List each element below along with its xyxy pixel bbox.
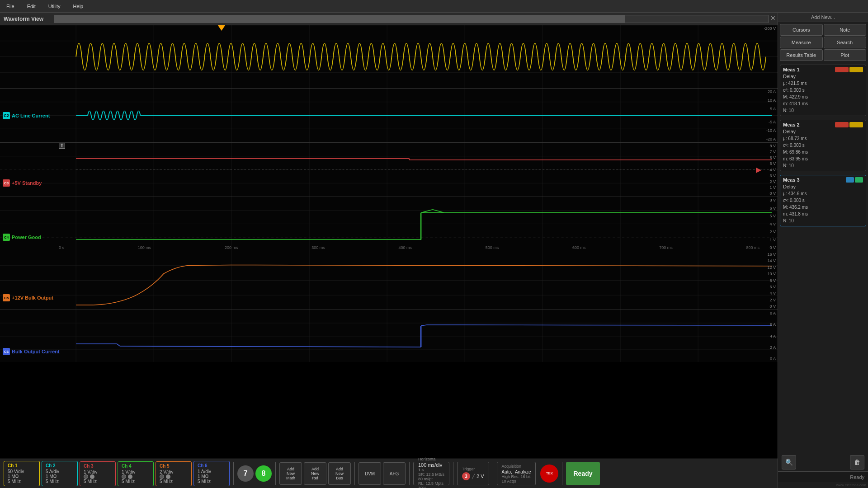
meas3-title: Meas 3 bbox=[783, 177, 800, 183]
add-new-math-label: Add New Math bbox=[286, 467, 295, 480]
dvm-button[interactable]: DVM bbox=[359, 462, 381, 485]
ch1-waveform bbox=[0, 25, 778, 88]
ch3-coupling-icon bbox=[84, 474, 88, 479]
note-button[interactable]: Note bbox=[824, 24, 867, 36]
trigger-channel: 3 bbox=[465, 474, 467, 479]
menu-help[interactable]: Help bbox=[67, 2, 90, 11]
menu-edit[interactable]: Edit bbox=[21, 2, 42, 11]
ch4-icon: C4 bbox=[3, 234, 10, 241]
ch3-y-scale: 8 V 7 V 6 V 5 V 4 V 3 V 2 V 1 V 0 V bbox=[760, 143, 776, 197]
ch1-control-label: Ch 1 bbox=[8, 463, 18, 468]
search-button[interactable]: Search bbox=[824, 37, 867, 48]
menu-utility[interactable]: Utility bbox=[42, 2, 67, 11]
add-new-math-button[interactable]: Add New Math bbox=[279, 462, 302, 485]
ch5-coupling-icon2 bbox=[166, 474, 170, 479]
ch6-waveform bbox=[0, 310, 778, 362]
ch1-control[interactable]: Ch 1 50 V/div 1 MΩ 5 MHz bbox=[4, 461, 40, 486]
ch6-label: C6 Bulk Output Current bbox=[3, 348, 60, 355]
meas1-rows: μ: 421.5 ms σ²: 0.000 s M: 422.9 ms m: 4… bbox=[783, 80, 863, 114]
afg-button[interactable]: AFG bbox=[383, 462, 406, 485]
trigger-section[interactable]: Trigger 3 ╱ 2 V bbox=[457, 462, 489, 485]
ch4-name: Power Good bbox=[12, 235, 41, 240]
ch3-control[interactable]: Ch 3 1 V/div 5 MHz bbox=[80, 461, 116, 486]
ready-button[interactable]: Ready bbox=[566, 462, 599, 485]
trigger-level: 2 V bbox=[476, 474, 484, 479]
results-table-button[interactable]: Results Table bbox=[780, 49, 823, 61]
ch2-control[interactable]: Ch 2 5 A/div 1 MΩ 5 MHz bbox=[42, 461, 78, 486]
ch2-control-label: Ch 2 bbox=[46, 463, 56, 468]
ch6-control[interactable]: Ch 6 1 A/div 1 MΩ 5 MHz bbox=[193, 461, 230, 486]
ch4-control[interactable]: Ch 4 1 V/div 5 MHz bbox=[118, 461, 154, 486]
acquisition-mode: Auto, bbox=[502, 469, 512, 474]
ch2-freq: 5 MHz bbox=[46, 479, 59, 484]
ch2-vdiv: 5 A/div bbox=[46, 469, 59, 474]
ch4-dashed-line bbox=[59, 197, 59, 251]
close-waveform-button[interactable]: ✕ bbox=[770, 14, 776, 22]
ch4-coupling-icon bbox=[122, 474, 126, 479]
svg-line-85 bbox=[117, 344, 120, 346]
horizontal-sr2: 80 ns/pt bbox=[418, 477, 444, 481]
horizontal-rl2: 10% bbox=[418, 486, 444, 488]
meas1-badge-red bbox=[835, 67, 849, 72]
plot-button[interactable]: Plot bbox=[824, 49, 867, 61]
status-bar: Ready bbox=[778, 471, 868, 482]
ch5-name: +12V Bulk Output bbox=[12, 295, 53, 300]
separator5 bbox=[453, 462, 453, 485]
ch6-y-scale: 8 A 6 A 4 A 2 A 0 A bbox=[760, 310, 776, 362]
separator6 bbox=[493, 462, 493, 485]
horizontal-section[interactable]: Horizontal 100 ms/div 1 s SR: 12.5 MS/s … bbox=[413, 462, 449, 485]
ch1-dashed-line bbox=[59, 25, 59, 88]
meas2-title: Meas 2 bbox=[783, 122, 800, 127]
ch6-impedance: 1 MΩ bbox=[198, 474, 208, 479]
waveform-scrollbar[interactable] bbox=[54, 15, 769, 23]
meas1-badge-yellow bbox=[849, 67, 863, 72]
ch5-control[interactable]: Ch 5 2 V/div 5 MHz bbox=[156, 461, 192, 486]
acquisition-acqs: 10 Acqs bbox=[502, 479, 531, 483]
horizontal-rl: RL: 12.5 Mpts bbox=[418, 481, 444, 486]
ch1-freq: 5 MHz bbox=[8, 479, 21, 484]
add-new-label: Add New... bbox=[778, 13, 868, 22]
meas2-header: Meas 2 bbox=[783, 122, 863, 127]
scrollbar-thumb[interactable] bbox=[55, 15, 625, 23]
ch3-freq: 5 MHz bbox=[84, 479, 97, 484]
cursors-button[interactable]: Cursors bbox=[780, 24, 823, 36]
acquisition-section[interactable]: Acquisition Auto, Analyze High Res: 16 b… bbox=[497, 462, 536, 485]
separator2 bbox=[275, 462, 276, 485]
menu-bar: File Edit Utility Help bbox=[0, 0, 868, 13]
waveform-area: Waveform View ✕ bbox=[0, 13, 778, 488]
meas1-header: Meas 1 bbox=[783, 67, 863, 72]
meas1-panel: Meas 1 Delay μ: 421.5 ms σ²: 0.000 s M: … bbox=[780, 65, 866, 116]
ch2-dashed-line bbox=[59, 89, 59, 142]
ch1-impedance: 1 MΩ bbox=[8, 474, 19, 479]
svg-line-89 bbox=[427, 325, 772, 325]
ch4-vdiv: 1 V/div bbox=[122, 469, 136, 474]
meas1-type: Delay bbox=[783, 74, 863, 79]
waveform-title-bar: Waveform View ✕ bbox=[0, 13, 778, 25]
ch3-icon: C3 bbox=[3, 179, 10, 187]
ch6-freq: 5 MHz bbox=[198, 479, 211, 484]
trigger-slash: ╱ bbox=[472, 474, 475, 479]
meas3-type: Delay bbox=[783, 184, 863, 189]
trash-button[interactable]: 🗑 bbox=[850, 455, 864, 469]
main-layout: Waveform View ✕ bbox=[0, 13, 868, 488]
ch1-y-scale: -200 V bbox=[760, 25, 776, 88]
svg-line-86 bbox=[120, 346, 421, 347]
meas2-panel: Meas 2 Delay μ: 68.72 ms σ²: 0.000 s M: … bbox=[780, 120, 866, 171]
trigger-title: Trigger bbox=[462, 467, 484, 471]
zoom-in-button[interactable]: 🔍 bbox=[782, 455, 796, 469]
svg-line-57 bbox=[421, 210, 433, 213]
separator4 bbox=[409, 462, 410, 485]
ch2-label: C2 AC Line Current bbox=[3, 112, 50, 119]
separator7 bbox=[562, 462, 562, 485]
ch3-vdiv: 1 V/div bbox=[84, 469, 98, 474]
measure-button[interactable]: Measure bbox=[780, 37, 823, 48]
ch8-button[interactable]: 8 bbox=[255, 465, 272, 482]
ch1-panel: -200 V bbox=[0, 25, 778, 89]
t-marker: T bbox=[59, 143, 65, 149]
add-new-bus-button[interactable]: Add New Bus bbox=[328, 462, 351, 485]
add-new-ref-button[interactable]: Add New Ref bbox=[304, 462, 326, 485]
menu-file[interactable]: File bbox=[0, 2, 21, 11]
afg-label: AFG bbox=[390, 471, 399, 476]
ch7-button[interactable]: 7 bbox=[237, 465, 254, 482]
meas2-badge-red bbox=[835, 122, 849, 127]
